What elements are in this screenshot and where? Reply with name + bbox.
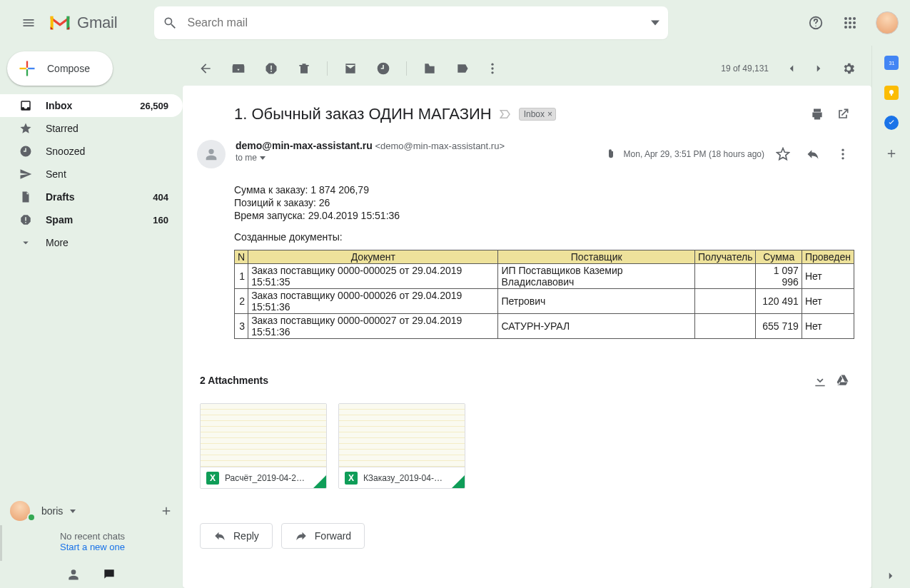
mark-unread-button[interactable] bbox=[336, 54, 365, 83]
svg-point-10 bbox=[853, 26, 856, 29]
back-button[interactable] bbox=[191, 54, 220, 83]
table-row: 2 Заказ поставщику 0000-000026 от 29.04.… bbox=[235, 289, 854, 314]
message-body: Сумма к заказу: 1 874 206,79 Позиций к з… bbox=[183, 184, 871, 346]
nav-count: 26,509 bbox=[140, 101, 168, 111]
toolbar-divider bbox=[327, 61, 328, 76]
apps-grid-icon bbox=[844, 16, 856, 29]
main-menu-button[interactable] bbox=[11, 6, 46, 40]
nav-spam[interactable]: Spam 160 bbox=[0, 208, 183, 231]
new-chat-button[interactable] bbox=[160, 505, 173, 517]
google-apps-button[interactable] bbox=[836, 9, 864, 37]
clock-icon bbox=[19, 144, 33, 158]
attachment-thumbnail bbox=[201, 404, 326, 467]
search-box[interactable] bbox=[154, 6, 668, 39]
attachment-filename-bar: X КЗаказу_2019-04-… bbox=[339, 467, 465, 488]
svg-point-16 bbox=[841, 157, 844, 159]
compose-button[interactable]: Compose bbox=[7, 51, 113, 86]
folder-nav: Inbox 26,509 Starred Snoozed Sent Drafts… bbox=[0, 94, 183, 254]
chevron-down-icon bbox=[260, 156, 266, 160]
spam-icon bbox=[19, 213, 33, 227]
labels-button[interactable] bbox=[448, 54, 477, 83]
nav-drafts[interactable]: Drafts 404 bbox=[0, 186, 183, 208]
print-button[interactable] bbox=[806, 100, 829, 128]
label-chip[interactable]: Inbox× bbox=[519, 108, 556, 121]
more-button[interactable] bbox=[481, 54, 504, 83]
svg-point-8 bbox=[844, 26, 847, 29]
message-more-button[interactable] bbox=[831, 140, 854, 168]
search-options-button[interactable] bbox=[651, 19, 659, 27]
nav-more[interactable]: More bbox=[0, 231, 183, 254]
important-marker[interactable] bbox=[499, 108, 512, 121]
hangouts-header[interactable]: boris bbox=[0, 497, 183, 525]
older-button[interactable] bbox=[807, 54, 830, 83]
inbox-icon bbox=[19, 98, 33, 113]
attachment-card[interactable]: X Расчёт_2019-04-2… bbox=[200, 403, 327, 489]
gmail-logo[interactable]: Gmail bbox=[49, 14, 117, 32]
content-column: 19 of 49,131 1. Обычный заказ ОДИН МАГАЗ… bbox=[183, 46, 910, 588]
sender-block: demo@min-max-assistant.ru <demo@min-max-… bbox=[236, 140, 505, 163]
nav-starred[interactable]: Starred bbox=[0, 117, 183, 140]
importance-icon bbox=[499, 108, 512, 121]
svg-point-2 bbox=[844, 17, 847, 20]
hangouts-tab-contacts[interactable] bbox=[66, 567, 81, 582]
hangouts-name: boris bbox=[41, 505, 63, 517]
compose-label: Compose bbox=[47, 63, 90, 74]
hangouts-tab-chats[interactable] bbox=[102, 567, 116, 582]
summary-line: Время запуска: 29.04.2019 15:51:36 bbox=[234, 210, 854, 221]
excel-file-icon: X bbox=[206, 472, 219, 485]
search-input[interactable] bbox=[187, 16, 659, 29]
attachments: X Расчёт_2019-04-2… X КЗаказу_2019-04-… bbox=[183, 403, 871, 506]
nav-label: More bbox=[46, 237, 69, 248]
star-outline-icon bbox=[776, 147, 790, 161]
save-to-drive-button[interactable] bbox=[831, 366, 854, 395]
attachment-thumbnail bbox=[339, 404, 465, 467]
svg-point-6 bbox=[849, 21, 851, 24]
reply-button[interactable]: Reply bbox=[200, 523, 273, 549]
th: Сумма bbox=[756, 250, 802, 264]
forward-button[interactable]: Forward bbox=[281, 523, 365, 549]
nav-sent[interactable]: Sent bbox=[0, 163, 183, 186]
trash-icon bbox=[297, 61, 311, 76]
tasks-addon[interactable] bbox=[884, 116, 899, 130]
open-new-window-button[interactable] bbox=[831, 100, 854, 128]
print-icon bbox=[810, 107, 824, 121]
remove-label-button[interactable]: × bbox=[547, 109, 552, 119]
keep-addon[interactable] bbox=[884, 86, 899, 100]
report-spam-button[interactable] bbox=[257, 54, 285, 83]
snooze-button[interactable] bbox=[369, 54, 398, 83]
more-vert-icon bbox=[485, 61, 500, 76]
keep-icon bbox=[887, 88, 896, 97]
nav-label: Sent bbox=[46, 168, 66, 180]
delete-button[interactable] bbox=[290, 54, 318, 83]
star-message-button[interactable] bbox=[772, 140, 794, 168]
hangouts-body: No recent chats Start a new one bbox=[0, 525, 183, 561]
settings-button[interactable] bbox=[834, 54, 863, 83]
account-avatar[interactable] bbox=[876, 11, 899, 34]
table-header-row: N Документ Поставщик Получатель Сумма Пр… bbox=[235, 250, 854, 264]
app-bar: Gmail bbox=[0, 0, 910, 46]
reply-icon bbox=[213, 529, 226, 542]
sender-line: demo@min-max-assistant.ru <demo@min-max-… bbox=[236, 140, 505, 151]
move-to-button[interactable] bbox=[415, 54, 444, 83]
start-chat-link[interactable]: Start a new one bbox=[2, 542, 183, 552]
help-icon bbox=[808, 15, 824, 31]
no-chats-text: No recent chats bbox=[2, 531, 183, 542]
attachment-card[interactable]: X КЗаказу_2019-04-… bbox=[338, 403, 465, 489]
table-caption: Созданные документы: bbox=[234, 231, 854, 243]
reply-icon-button[interactable] bbox=[802, 140, 824, 168]
nav-snoozed[interactable]: Snoozed bbox=[0, 140, 183, 163]
nav-inbox[interactable]: Inbox 26,509 bbox=[0, 94, 183, 117]
newer-button[interactable] bbox=[780, 54, 803, 83]
subject-row: 1. Обычный заказ ОДИН МАГАЗИН Inbox× bbox=[183, 86, 871, 134]
to-details-button[interactable]: to me bbox=[236, 153, 505, 163]
calendar-addon[interactable]: 31 bbox=[884, 56, 899, 70]
download-all-button[interactable] bbox=[809, 366, 831, 395]
hide-side-panel-button[interactable] bbox=[884, 569, 897, 582]
main-layout: Compose Inbox 26,509 Starred Snoozed Sen… bbox=[0, 46, 910, 588]
support-button[interactable] bbox=[802, 9, 830, 37]
gear-icon bbox=[841, 61, 856, 76]
svg-point-7 bbox=[853, 21, 856, 24]
reply-row: Reply Forward bbox=[183, 506, 871, 577]
archive-button[interactable] bbox=[224, 54, 253, 83]
get-addons-button[interactable]: ＋ bbox=[884, 146, 899, 160]
